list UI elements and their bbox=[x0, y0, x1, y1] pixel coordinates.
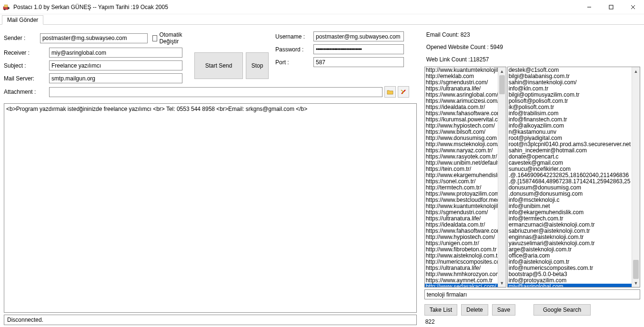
list-item[interactable]: https://sgmendustri.com/ bbox=[425, 209, 498, 216]
list-item[interactable]: office@aria.com bbox=[508, 253, 632, 259]
list-item[interactable]: https://tein.com.tr/ bbox=[425, 166, 498, 172]
list-item[interactable]: http://www.hmhkorozyon.com/ bbox=[425, 271, 498, 277]
list-item[interactable]: https://www.bilsoft.com/ bbox=[425, 129, 498, 135]
list-item[interactable]: cavestek@gmail.com bbox=[508, 160, 632, 166]
list-item[interactable]: .donusum@donusumisg.com bbox=[508, 191, 632, 197]
attachment-input[interactable] bbox=[49, 87, 382, 97]
minimize-button[interactable] bbox=[578, 0, 600, 14]
tab-mail-gonder[interactable]: Mail Gönder bbox=[2, 15, 43, 25]
list-item[interactable]: http://www.unibim.net/default.a bbox=[425, 160, 498, 166]
browse-folder-button[interactable] bbox=[384, 86, 396, 98]
list-item[interactable]: https://www.protoyazilim.com/ bbox=[425, 191, 498, 197]
list-item[interactable]: https://unigen.com.tr/ bbox=[425, 240, 498, 247]
list-item[interactable]: .@.[15874684,48967238.1714241,25942863,2… bbox=[508, 178, 632, 185]
list-item[interactable]: https://www.aymnet.com.tr bbox=[425, 277, 498, 284]
list-item[interactable]: https://sgmendustri.com/ bbox=[425, 79, 498, 86]
receiver-input[interactable] bbox=[49, 48, 182, 58]
subject-input[interactable] bbox=[49, 60, 182, 70]
list-item[interactable]: https://ultranatura.life/ bbox=[425, 265, 498, 271]
port-input[interactable] bbox=[313, 57, 404, 67]
start-send-button[interactable]: Start Send bbox=[194, 52, 243, 79]
list-item[interactable]: http://www.mscteknoloji.com/ bbox=[425, 141, 498, 148]
list-item[interactable]: https://ultranatura.life/ bbox=[425, 86, 498, 92]
list-item[interactable]: root@piyadigital.com bbox=[508, 135, 632, 141]
list-item[interactable]: polisoft@polisoft.com.tr bbox=[508, 98, 632, 104]
list-item[interactable]: info@protoyazilim.com bbox=[508, 277, 632, 284]
list-item[interactable]: bootstrap@5.0.0-beta3 bbox=[508, 271, 632, 277]
message-body-textarea[interactable]: <b>Program yazdırmak istedğininizde free… bbox=[4, 103, 417, 313]
list-item[interactable]: info@termtech.com.tr bbox=[508, 216, 632, 222]
list-item[interactable]: http://www.fibrobeton.com.tr bbox=[425, 247, 498, 253]
list-item[interactable]: bilgi@optimusyazilim.com.tr bbox=[508, 92, 632, 98]
stop-button[interactable]: Stop bbox=[246, 52, 269, 79]
password-input[interactable] bbox=[313, 44, 404, 54]
list-item[interactable]: http://numericscomposites.com bbox=[425, 259, 498, 265]
list-item[interactable]: sahin_incedemir@hotmail.com bbox=[508, 148, 632, 154]
list-item[interactable]: info@mscteknoloji.c bbox=[508, 197, 632, 203]
list-item[interactable]: ermanzurnaci@aisteknoloji.com.tr bbox=[508, 222, 632, 228]
sender-input[interactable] bbox=[40, 33, 148, 43]
list-item[interactable]: n@kastamonu.unv bbox=[508, 129, 632, 135]
list-item[interactable]: miy@asringlobal.com bbox=[508, 284, 632, 287]
url-listbox[interactable]: http://www.kuantumteknolojilerhttp://eme… bbox=[425, 67, 498, 287]
list-item[interactable]: http://www.kuantumteknolojiler bbox=[425, 203, 498, 209]
mailserver-input[interactable] bbox=[49, 73, 182, 83]
list-item[interactable]: bilgi@balabanisg.com.tr bbox=[508, 73, 632, 79]
list-item[interactable]: http://www.aisteknoloji.com.tr bbox=[425, 253, 498, 259]
list-item[interactable]: http://www.hypiostech.com/ bbox=[425, 234, 498, 240]
list-item[interactable]: yavuzselimari@aisteknoloji.com.tr bbox=[508, 240, 632, 247]
list-item[interactable]: info@unibim.net bbox=[508, 203, 632, 209]
list-item[interactable]: root@n3plcpnl0140.prod.ams3.secureserver… bbox=[508, 141, 632, 148]
maximize-button[interactable] bbox=[600, 0, 622, 14]
list-item[interactable]: http://www.hypiostech.com/ bbox=[425, 123, 498, 129]
close-button[interactable] bbox=[622, 0, 644, 14]
email-list-scrollbar[interactable]: ▲ ▼ bbox=[632, 67, 640, 287]
list-item[interactable]: info@kln.com.tr bbox=[508, 86, 632, 92]
list-item[interactable]: https://idealdata.com.tr/ bbox=[425, 222, 498, 228]
list-item[interactable]: info@alkoyazilim.com bbox=[508, 123, 632, 129]
list-item[interactable]: http://www.donusumisg.com bbox=[425, 135, 498, 141]
list-item[interactable]: sahin@insanteknoloji.com/ bbox=[508, 79, 632, 86]
list-item[interactable]: https://www.asringlobal.com/ bbox=[425, 92, 498, 98]
list-item[interactable]: info@trabilisim.com bbox=[508, 110, 632, 117]
list-item[interactable]: http://termtech.com.tr/ bbox=[425, 185, 498, 191]
list-item[interactable]: info@aisteknoloji.com.tr bbox=[508, 259, 632, 265]
email-count-label: Email Count: 823 bbox=[426, 31, 640, 38]
list-item[interactable]: info@numericscomposites.com.tr bbox=[508, 265, 632, 271]
list-item[interactable]: https://sonel.com.tr/ bbox=[425, 178, 498, 185]
list-item[interactable]: https://www.bestcloudfor.me/ bbox=[425, 197, 498, 203]
email-listbox[interactable]: destek@c1soft.combilgi@balabanisg.com.tr… bbox=[508, 67, 632, 287]
list-item[interactable]: http://emeklab.com bbox=[425, 73, 498, 79]
google-search-button[interactable]: Google Search bbox=[533, 304, 591, 316]
list-item[interactable]: sunucu@incefikirler.com bbox=[508, 166, 632, 172]
list-item[interactable]: https://idealdata.com.tr/ bbox=[425, 104, 498, 110]
username-input[interactable] bbox=[313, 31, 404, 41]
list-item[interactable]: https://kurumsal.powervital.com bbox=[425, 117, 498, 123]
list-item[interactable]: https://www.fahasoftware.com/ bbox=[425, 110, 498, 117]
list-item[interactable]: enginnas@aistekrıoloji.com.tr bbox=[508, 234, 632, 240]
list-item[interactable]: https://ultranatura.life/ bbox=[425, 216, 498, 222]
list-item[interactable]: donusum@donusumisg.com bbox=[508, 185, 632, 191]
list-item[interactable]: https://www.rasyotek.com.tr/ bbox=[425, 154, 498, 160]
delete-button[interactable]: Delete bbox=[461, 304, 488, 316]
list-item[interactable]: destek@c1soft.com bbox=[508, 67, 632, 73]
take-list-button[interactable]: Take List bbox=[424, 304, 457, 316]
list-item[interactable]: sabriuzuner@aisteknoloji.com.tr bbox=[508, 228, 632, 234]
list-item[interactable]: http://www.ekargemuhendislik. bbox=[425, 172, 498, 178]
list-item[interactable]: http://www.sedasakaci.com/ bbox=[425, 284, 498, 287]
list-item[interactable]: https://www.arimucizesi.com/ bbox=[425, 98, 498, 104]
list-item[interactable]: .@.1646909642232825,181602040,211496836 bbox=[508, 172, 632, 178]
list-item[interactable]: http://www.kuantumteknolojiler bbox=[425, 67, 498, 73]
url-list-scrollbar[interactable]: ▲ ▼ bbox=[498, 67, 506, 287]
clear-attachment-button[interactable] bbox=[398, 86, 409, 98]
otomatik-checkbox[interactable] bbox=[152, 35, 158, 41]
list-item[interactable]: ik@polisoft.com.tr bbox=[508, 104, 632, 110]
search-input[interactable] bbox=[424, 289, 640, 299]
list-item[interactable]: https://www.naryaz.com.tr/ bbox=[425, 148, 498, 154]
save-button[interactable]: Save bbox=[492, 304, 515, 316]
list-item[interactable]: https://www.fahasoftware.com/ bbox=[425, 228, 498, 234]
list-item[interactable]: info@ekargemuhendislik.com bbox=[508, 209, 632, 216]
list-item[interactable]: info@finanstech.com.tr bbox=[508, 117, 632, 123]
list-item[interactable]: donate@opencart.c bbox=[508, 154, 632, 160]
list-item[interactable]: arge@aisteknoloji.com.tr bbox=[508, 247, 632, 253]
